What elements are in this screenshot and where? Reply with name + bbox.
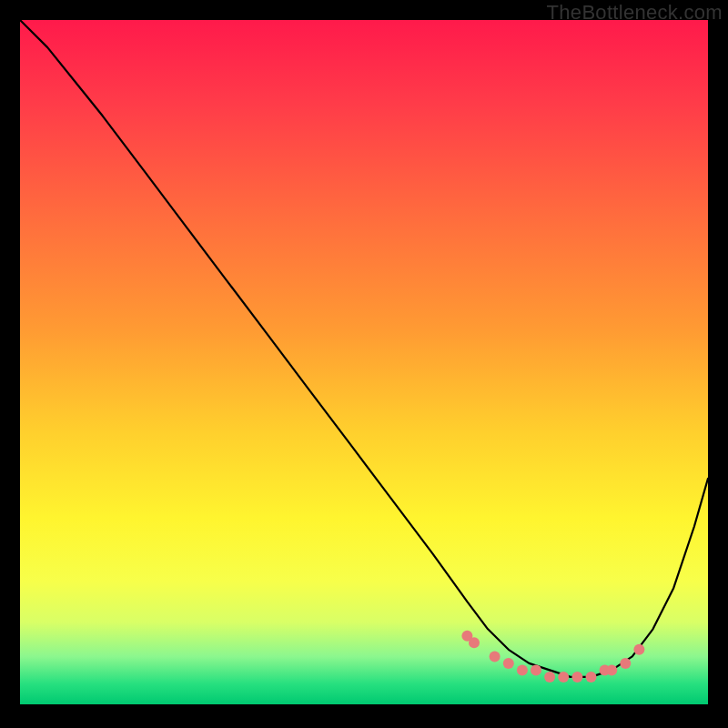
marker-dot [503, 658, 514, 669]
marker-dot [620, 658, 631, 669]
marker-dot [586, 672, 597, 682]
marker-dot [606, 664, 617, 675]
marker-dot [469, 637, 480, 648]
marker-dot [490, 651, 500, 662]
plot-area [20, 20, 708, 704]
svg-rect-0 [20, 20, 708, 704]
marker-dot [531, 664, 541, 675]
marker-dot [558, 672, 569, 682]
marker-dot [633, 644, 644, 655]
marker-dot [517, 664, 528, 675]
marker-dot [544, 672, 555, 682]
chart-svg [20, 20, 708, 704]
chart-frame: TheBottleneck.com [0, 0, 728, 728]
marker-dot [571, 672, 582, 682]
